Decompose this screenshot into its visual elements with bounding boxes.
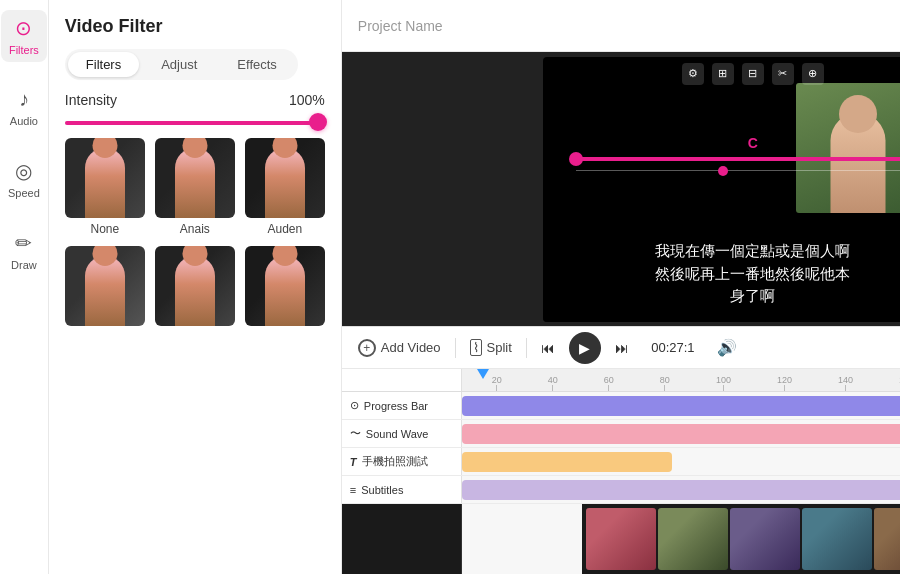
track-body-progress[interactable] bbox=[462, 392, 900, 419]
track-bar-progress bbox=[462, 396, 900, 416]
filter-thumb-auden bbox=[245, 138, 325, 218]
intensity-row: Intensity 100% bbox=[65, 92, 325, 108]
video-thumb-3[interactable] bbox=[730, 508, 800, 570]
preview-icon-2[interactable]: ⊞ bbox=[712, 63, 734, 85]
tab-effects[interactable]: Effects bbox=[219, 52, 295, 77]
video-thumb-1[interactable] bbox=[586, 508, 656, 570]
intensity-slider[interactable] bbox=[65, 120, 325, 126]
track-name-text: 手機拍照測試 bbox=[362, 454, 428, 469]
filter-thumb-f6 bbox=[245, 246, 325, 326]
track-bar-soundwave bbox=[462, 424, 900, 444]
skip-forward-button[interactable]: ⏭ bbox=[615, 340, 629, 356]
filter-f5[interactable] bbox=[155, 246, 235, 330]
volume-button[interactable]: 🔊 bbox=[717, 338, 737, 357]
speed-icon: ◎ bbox=[15, 159, 32, 183]
slider-track bbox=[65, 121, 325, 125]
ruler-mark-100: 100 bbox=[716, 375, 731, 391]
sidebar-item-audio[interactable]: ♪ Audio bbox=[2, 82, 46, 133]
ruler-mark-40: 40 bbox=[548, 375, 558, 391]
slider-thumb[interactable] bbox=[309, 113, 327, 131]
tab-adjust[interactable]: Adjust bbox=[143, 52, 215, 77]
track-row-soundwave: 〜 Sound Wave bbox=[342, 420, 900, 448]
filter-auden-label: Auden bbox=[267, 222, 302, 236]
playhead bbox=[477, 369, 489, 379]
video-thumb-2[interactable] bbox=[658, 508, 728, 570]
sidebar-item-draw[interactable]: ✏ Draw bbox=[3, 225, 45, 277]
track-body-subtitles[interactable] bbox=[462, 476, 900, 503]
preview-icon-3[interactable]: ⊟ bbox=[742, 63, 764, 85]
filters-icon: ⊙ bbox=[15, 16, 32, 40]
track-name-soundwave: Sound Wave bbox=[366, 428, 429, 440]
project-name: Project Name bbox=[358, 18, 900, 34]
panel-title: Video Filter bbox=[65, 16, 325, 37]
track-row-progress: ⊙ Progress Bar bbox=[342, 392, 900, 420]
filter-auden[interactable]: Auden bbox=[245, 138, 325, 236]
draw-icon: ✏ bbox=[15, 231, 32, 255]
filter-none-label: None bbox=[90, 222, 119, 236]
preview-area: ⚙ ⊞ ⊟ ✂ ⊕ C bbox=[342, 52, 900, 326]
skip-back-button[interactable]: ⏮ bbox=[541, 340, 555, 356]
filter-f4[interactable] bbox=[65, 246, 145, 330]
preview-text-1: 我現在傳一個定點或是個人啊 bbox=[559, 240, 900, 263]
track-row-text: T 手機拍照測試 bbox=[342, 448, 900, 476]
preview-icon-4[interactable]: ✂ bbox=[772, 63, 794, 85]
timeline-tracks: ⊙ Progress Bar 〜 Sound Wave bbox=[342, 392, 900, 504]
video-strip: + bbox=[582, 504, 900, 574]
video-thumb-5[interactable] bbox=[874, 508, 900, 570]
track-label-text: T 手機拍照測試 bbox=[342, 448, 462, 475]
sidebar-item-filters[interactable]: ⊙ Filters bbox=[1, 10, 47, 62]
sidebar-item-speed[interactable]: ◎ Speed bbox=[0, 153, 48, 205]
sidebar-item-speed-label: Speed bbox=[8, 187, 40, 199]
sidebar-item-draw-label: Draw bbox=[11, 259, 37, 271]
track-label-soundwave: 〜 Sound Wave bbox=[342, 420, 462, 447]
preview-text-area: 我現在傳一個定點或是個人啊 然後呢再上一番地然後呢他本 身了啊 bbox=[543, 230, 900, 322]
preview-icon-1[interactable]: ⚙ bbox=[682, 63, 704, 85]
preview-dot-left bbox=[569, 152, 583, 166]
ruler-mark-80: 80 bbox=[660, 375, 670, 391]
preview-icon-5[interactable]: ⊕ bbox=[802, 63, 824, 85]
ruler-mark-140: 140 bbox=[838, 375, 853, 391]
video-strip-label-spacer bbox=[342, 504, 462, 574]
ruler-mark-120: 120 bbox=[777, 375, 792, 391]
add-video-label: Add Video bbox=[381, 340, 441, 355]
filter-thumb-f4 bbox=[65, 246, 145, 326]
tab-filters[interactable]: Filters bbox=[68, 52, 139, 77]
plus-circle-icon: + bbox=[358, 339, 376, 357]
slider-fill bbox=[65, 121, 325, 125]
filter-f6[interactable] bbox=[245, 246, 325, 330]
video-strip-row: + bbox=[342, 504, 900, 574]
sidebar-item-audio-label: Audio bbox=[10, 115, 38, 127]
play-button[interactable]: ▶ bbox=[569, 332, 601, 364]
sidebar: ⊙ Filters ♪ Audio ◎ Speed ✏ Draw bbox=[0, 0, 49, 574]
filter-thumb-anais bbox=[155, 138, 235, 218]
ruler: 20 40 60 80 100 120 140 160 180 bbox=[462, 369, 900, 391]
preview-label-c: C bbox=[748, 135, 758, 151]
right-section: Project Name ← → Export ↑ ⚙ ⊞ ⊟ ✂ ⊕ bbox=[342, 0, 900, 574]
preview-red-line: C bbox=[576, 157, 900, 161]
track-label-progress: ⊙ Progress Bar bbox=[342, 392, 462, 419]
ruler-mark-20: 20 bbox=[492, 375, 502, 391]
track-name-subtitles: Subtitles bbox=[361, 484, 403, 496]
sidebar-item-filters-label: Filters bbox=[9, 44, 39, 56]
track-body-soundwave[interactable] bbox=[462, 420, 900, 447]
track-bar-text bbox=[462, 452, 673, 472]
filter-thumb-none bbox=[65, 138, 145, 218]
split-button[interactable]: ⌇ Split bbox=[470, 339, 512, 356]
preview-white-line bbox=[576, 170, 900, 171]
top-bar: Project Name ← → Export ↑ bbox=[342, 0, 900, 52]
track-icon-progress: ⊙ bbox=[350, 399, 359, 412]
track-name-progress: Progress Bar bbox=[364, 400, 428, 412]
split-icon: ⌇ bbox=[470, 339, 482, 356]
filter-anais[interactable]: Anais bbox=[155, 138, 235, 236]
track-body-text[interactable] bbox=[462, 448, 900, 475]
left-panel: Video Filter Filters Adjust Effects Inte… bbox=[49, 0, 342, 574]
ruler-label-spacer bbox=[342, 369, 462, 391]
intensity-label: Intensity bbox=[65, 92, 117, 108]
preview-photo bbox=[796, 83, 900, 213]
track-bar-subtitles bbox=[462, 480, 900, 500]
track-label-subtitles: ≡ Subtitles bbox=[342, 476, 462, 503]
video-thumb-4[interactable] bbox=[802, 508, 872, 570]
filter-none[interactable]: None bbox=[65, 138, 145, 236]
preview-text-3: 身了啊 bbox=[559, 285, 900, 308]
add-video-button[interactable]: + Add Video bbox=[358, 339, 441, 357]
